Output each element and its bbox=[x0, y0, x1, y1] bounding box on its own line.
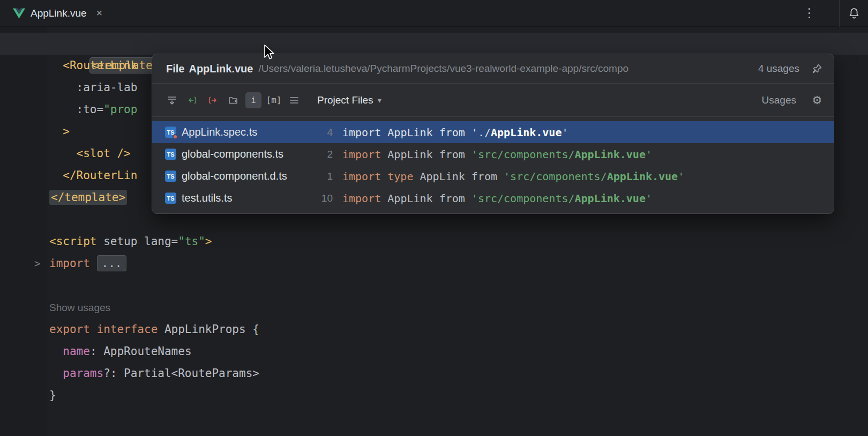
fold-arrow-icon[interactable]: > bbox=[34, 253, 40, 275]
code-line[interactable] bbox=[49, 275, 868, 297]
usage-code-preview: import AppLink from 'src/components/AppL… bbox=[342, 192, 652, 205]
more-options-icon[interactable]: ⋮ bbox=[803, 6, 815, 20]
code-line[interactable]: name: AppRouteNames bbox=[49, 341, 868, 363]
code-line-template[interactable]: <template>Show component usages bbox=[0, 33, 868, 55]
usage-file-name: test.utils.ts bbox=[182, 192, 310, 204]
usages-count: 4 usages bbox=[758, 63, 799, 75]
notifications-panel[interactable] bbox=[839, 0, 868, 27]
show-methods-button[interactable]: [m] bbox=[266, 92, 282, 108]
code-line[interactable]: <script setup lang="ts"> bbox=[49, 231, 868, 253]
usages-tab-label: Usages bbox=[762, 94, 796, 106]
typescript-file-icon: TS bbox=[165, 193, 176, 204]
usage-file-name: global-components.ts bbox=[182, 148, 310, 160]
show-usages-popup: File AppLink.vue /Users/valeria.letushev… bbox=[152, 54, 834, 214]
group-by-file-structure-button[interactable] bbox=[225, 92, 241, 108]
typescript-test-file-icon: TS bbox=[165, 127, 176, 138]
settings-gear-icon[interactable]: ⚙ bbox=[809, 92, 825, 108]
usage-count: 2 bbox=[310, 149, 333, 160]
usage-code-preview: import AppLink from 'src/components/AppL… bbox=[342, 148, 652, 161]
editor-tab-applink-vue[interactable]: AppLink.vue × bbox=[8, 0, 108, 27]
vue-logo-icon bbox=[13, 8, 25, 19]
usage-count: 10 bbox=[310, 193, 333, 204]
scope-label: Project Files bbox=[317, 94, 373, 106]
jump-to-source-button[interactable] bbox=[164, 92, 180, 108]
show-write-access-button[interactable] bbox=[205, 92, 221, 108]
pin-button[interactable] bbox=[809, 61, 825, 77]
usage-row-applink-spec[interactable]: TS AppLink.spec.ts 4 import AppLink from… bbox=[152, 121, 834, 143]
usage-row-global-components[interactable]: TS global-components.ts 2 import AppLink… bbox=[152, 143, 834, 165]
file-name: AppLink.vue bbox=[189, 63, 253, 75]
bell-icon bbox=[848, 7, 860, 20]
chevron-down-icon: ▾ bbox=[378, 95, 382, 105]
code-line[interactable]: Show usages bbox=[49, 297, 868, 319]
tab-close-icon[interactable]: × bbox=[96, 7, 103, 19]
scope-selector[interactable]: Project Files ▾ bbox=[317, 94, 381, 106]
usage-row-test-utils[interactable]: TS test.utils.ts 10 import AppLink from … bbox=[152, 187, 834, 209]
usage-code-preview: import AppLink from './AppLink.vue' bbox=[342, 126, 568, 139]
usage-count: 1 bbox=[310, 171, 333, 182]
tab-title: AppLink.vue bbox=[31, 8, 87, 19]
usage-file-name: global-component.d.ts bbox=[182, 170, 310, 182]
usage-row-global-component-d[interactable]: TS global-component.d.ts 1 import type A… bbox=[152, 165, 834, 187]
tab-bar: AppLink.vue × ⋮ bbox=[0, 0, 868, 27]
usages-list: TS AppLink.spec.ts 4 import AppLink from… bbox=[152, 117, 834, 213]
code-line[interactable]: export interface AppLinkProps { bbox=[49, 319, 868, 341]
file-label: File bbox=[166, 63, 184, 75]
usage-file-name: AppLink.spec.ts bbox=[182, 126, 310, 138]
popup-header: File AppLink.vue /Users/valeria.letushev… bbox=[152, 54, 834, 84]
code-line[interactable]: import ... bbox=[49, 253, 868, 275]
usage-count: 4 bbox=[310, 127, 333, 138]
show-import-statements-button[interactable]: i bbox=[245, 92, 261, 108]
show-read-access-button[interactable] bbox=[184, 92, 200, 108]
code-line[interactable]: params?: Partial<RouteParams> bbox=[49, 363, 868, 385]
usage-code-preview: import type AppLink from 'src/components… bbox=[342, 170, 684, 183]
code-line[interactable]: } bbox=[49, 385, 868, 407]
test-badge-icon bbox=[173, 134, 178, 139]
popup-toolbar: i [m] Project Files ▾ Usages ⚙ bbox=[152, 84, 834, 117]
typescript-file-icon: TS bbox=[165, 171, 176, 182]
file-path: /Users/valeria.letusheva/PycharmProjects… bbox=[258, 63, 750, 75]
typescript-file-icon: TS bbox=[165, 149, 176, 160]
preview-usages-button[interactable] bbox=[286, 92, 302, 108]
editor-gutter bbox=[0, 27, 47, 436]
